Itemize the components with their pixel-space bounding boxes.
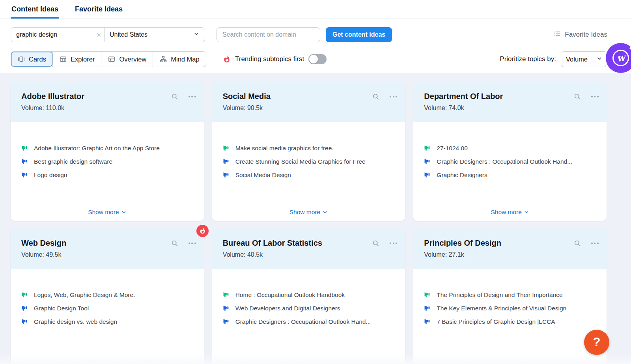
help-button[interactable]: ? (584, 330, 609, 355)
view-cards-button[interactable]: Cards (11, 52, 52, 67)
megaphone-icon (223, 144, 230, 152)
headline-item[interactable]: Best graphic design software (21, 158, 195, 165)
card-title: Social Media (223, 92, 397, 101)
headline-item[interactable]: Social Media Design (223, 171, 397, 179)
sparkle-icon: ✦ (628, 45, 631, 51)
card-body: Home : Occupational Outlook Handbook Web… (212, 269, 405, 325)
card-body: Make social media graphics for free. Cre… (212, 122, 405, 179)
card-header: Bureau Of Labor Statistics Volume: 40.5k (212, 229, 405, 269)
trending-control: Trending subtopics first (223, 51, 327, 67)
card-search-icon[interactable] (372, 239, 380, 247)
headline-text: Logos, Web, Graphic Design & More. (34, 291, 135, 299)
favorite-ideas-link[interactable]: Favorite Ideas (553, 27, 607, 42)
trending-toggle[interactable] (308, 54, 327, 64)
card-volume: Volume: 40.5k (223, 251, 397, 258)
megaphone-icon (223, 171, 230, 179)
card-body: 27-1024.00 Graphic Designers : Occupatio… (413, 122, 607, 179)
card-more-menu-icon[interactable] (390, 96, 397, 97)
headline-item[interactable]: Logos, Web, Graphic Design & More. (21, 291, 195, 299)
tab-favorite-ideas[interactable]: Favorite Ideas (74, 0, 123, 19)
card-body: The Principles of Design and Their Impor… (413, 269, 607, 325)
card-body: Adobe Illustrator: Graphic Art on the Ap… (11, 122, 204, 179)
headline-text: Logo design (34, 172, 67, 179)
card-title: Bureau Of Labor Statistics (223, 239, 397, 248)
headline-item[interactable]: Graphic Designers (424, 171, 598, 179)
megaphone-icon (21, 304, 29, 312)
headline-item[interactable]: The Principles of Design and Their Impor… (424, 291, 598, 299)
headline-item[interactable]: Graphic Designers : Occupational Outlook… (424, 158, 598, 165)
view-explorer-button[interactable]: Explorer (52, 52, 101, 67)
headline-text: Graphic Designers (437, 172, 487, 179)
card-volume: Volume: 74.0k (424, 105, 598, 112)
card-more-menu-icon[interactable] (591, 96, 599, 97)
card-more-menu-icon[interactable] (189, 96, 196, 97)
headline-item[interactable]: Graphic Designers : Occupational Outlook… (223, 318, 397, 325)
country-select[interactable]: United States (105, 28, 205, 42)
headline-item[interactable]: Graphic design vs. web design (21, 318, 195, 325)
flame-icon (223, 55, 231, 63)
headline-text: Graphic Designers : Occupational Outlook… (437, 158, 572, 165)
tab-content-ideas[interactable]: Content Ideas (11, 0, 59, 19)
headline-item[interactable]: Home : Occupational Outlook Handbook (223, 291, 397, 299)
clear-keyword-icon[interactable] (93, 32, 104, 38)
keyword-input[interactable] (11, 31, 93, 38)
headline-text: Web Developers and Digital Designers (235, 305, 340, 312)
card-search-icon[interactable] (171, 93, 179, 101)
megaphone-icon (424, 171, 431, 179)
topic-card-web-design: Web Design Volume: 49.5k Logos, Web, Gra… (11, 229, 204, 364)
card-header: Principles Of Design Volume: 27.1k (413, 229, 607, 269)
megaphone-icon (223, 158, 230, 165)
headline-item[interactable]: 27-1024.00 (424, 144, 598, 152)
headline-item[interactable]: 7 Basic Principles of Graphic Design |LC… (424, 318, 598, 325)
topic-cards-grid: Adobe Illustrator Volume: 110.0k Adobe I… (11, 82, 607, 364)
keyword-field-wrap (11, 28, 105, 42)
domain-search-input[interactable] (217, 27, 320, 42)
headline-text: The Key Elements & Principles of Visual … (437, 305, 566, 312)
card-title: Department Of Labor (424, 92, 598, 101)
top-tab-bar: Content Ideas Favorite Ideas (0, 0, 631, 19)
headline-text: Social Media Design (235, 172, 291, 179)
megaphone-icon (424, 318, 431, 325)
megaphone-icon (223, 291, 230, 299)
headline-item[interactable]: Logo design (21, 171, 195, 179)
card-more-menu-icon[interactable] (591, 243, 599, 244)
toolbar: United States Get content ideas Favorite… (0, 19, 631, 73)
favorite-ideas-link-label: Favorite Ideas (565, 31, 607, 39)
card-more-menu-icon[interactable] (390, 243, 397, 244)
trending-badge-icon (196, 225, 209, 237)
headline-item[interactable]: Create Stunning Social Media Graphics fo… (223, 158, 397, 165)
table-icon (59, 55, 67, 63)
show-more-label: Show more (289, 209, 320, 216)
card-body: Logos, Web, Graphic Design & More. Graph… (11, 269, 204, 325)
view-overview-button[interactable]: Overview (101, 52, 153, 67)
card-search-icon[interactable] (171, 239, 179, 247)
show-more-link[interactable]: Show more (413, 209, 607, 216)
assistant-logo-icon: w ✦ (612, 50, 629, 66)
card-search-icon[interactable] (573, 239, 581, 247)
card-volume: Volume: 110.0k (21, 105, 195, 112)
view-mindmap-button[interactable]: Mind Map (153, 52, 205, 67)
get-content-ideas-button[interactable]: Get content ideas (326, 27, 392, 42)
show-more-link[interactable]: Show more (11, 209, 204, 216)
card-search-icon[interactable] (573, 93, 581, 101)
topic-card-bureau-of-labor-statistics: Bureau Of Labor Statistics Volume: 40.5k… (212, 229, 405, 364)
window-icon (108, 55, 116, 63)
card-more-menu-icon[interactable] (189, 243, 196, 244)
megaphone-icon (424, 158, 431, 165)
megaphone-icon (424, 304, 431, 312)
headline-item[interactable]: Make social media graphics for free. (223, 144, 397, 152)
card-search-icon[interactable] (372, 93, 380, 101)
headline-item[interactable]: Web Developers and Digital Designers (223, 304, 397, 312)
headline-item[interactable]: Graphic Design Tool (21, 304, 195, 312)
topic-card-social-media: Social Media Volume: 90.5k Make social m… (212, 82, 405, 221)
topic-card-adobe-illustrator: Adobe Illustrator Volume: 110.0k Adobe I… (11, 82, 204, 221)
toggle-knob (309, 55, 318, 63)
headline-text: Make social media graphics for free. (235, 145, 334, 152)
card-header: Department Of Labor Volume: 74.0k (413, 82, 607, 122)
headline-item[interactable]: Adobe Illustrator: Graphic Art on the Ap… (21, 144, 195, 152)
show-more-link[interactable]: Show more (212, 209, 405, 216)
headline-text: Graphic design vs. web design (34, 318, 117, 325)
headline-text: 27-1024.00 (437, 145, 467, 152)
prioritize-select[interactable]: Volume (561, 51, 607, 67)
headline-item[interactable]: The Key Elements & Principles of Visual … (424, 304, 598, 312)
